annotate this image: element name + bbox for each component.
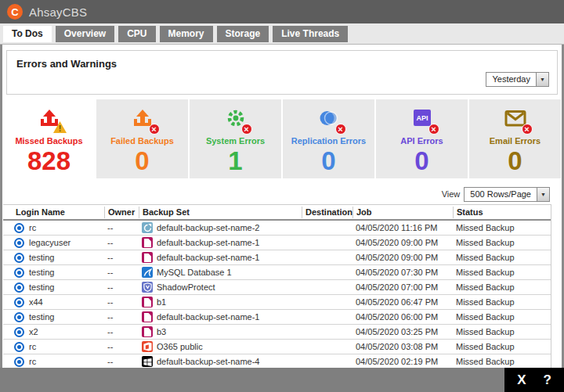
chevron-down-icon: ▼	[537, 188, 549, 201]
job-time: 04/05/2020 09:00 PM	[352, 253, 453, 262]
owner: --	[104, 297, 139, 307]
backup-set-name: default-backup-set-name-2	[157, 223, 259, 232]
svg-text:!: !	[58, 124, 61, 133]
tab-cpu[interactable]: CPU	[118, 26, 155, 42]
card-value: 0	[283, 148, 374, 174]
rows-per-page-select[interactable]: 500 Rows/Page ▼	[464, 187, 550, 202]
status: Missed Backup	[453, 238, 551, 247]
col-backup-set: Backup Set	[139, 207, 302, 218]
job-time: 04/05/2020 03:25 PM	[352, 327, 453, 336]
error-badge: ×	[149, 124, 160, 135]
card-label: Replication Errors	[283, 136, 374, 146]
file-icon	[142, 311, 153, 322]
login-name: rc	[29, 223, 36, 232]
sync-icon	[142, 222, 153, 233]
job-time: 04/05/2020 06:47 PM	[352, 297, 453, 307]
table-row[interactable]: testing -- MySQL Database 1 04/05/2020 0…	[3, 265, 551, 280]
col-destination: Destination	[302, 207, 352, 218]
tab-memory[interactable]: Memory	[160, 26, 213, 42]
tab-overview[interactable]: Overview	[56, 26, 114, 42]
status: Missed Backup	[453, 268, 551, 277]
ahsay-logo-icon: C	[7, 4, 23, 20]
tab-live-threads[interactable]: Live Threads	[273, 26, 348, 42]
tab-bar: To DosOverviewCPUMemoryStorageLive Threa…	[0, 23, 564, 45]
error-x-badge-icon: ×	[335, 124, 346, 135]
job-time: 04/05/2020 02:19 PM	[352, 357, 453, 366]
summary-cards: ! Missed Backups 828 × Failed Backups 0 …	[3, 99, 561, 178]
table-row[interactable]: rc -- O365 public 04/05/2020 03:08 PM Mi…	[3, 340, 551, 354]
col-login-name: Login Name	[3, 207, 104, 218]
owner: --	[104, 282, 139, 292]
user-icon	[14, 253, 24, 263]
card-email-errors[interactable]: × Email Errors 0	[469, 99, 561, 178]
card-label: System Errors	[190, 136, 281, 146]
error-badge: ×	[428, 124, 439, 135]
login-name: testing	[29, 268, 54, 277]
backup-set-name: default-backup-set-name-4	[157, 357, 259, 366]
login-name: rc	[29, 357, 36, 366]
login-name: legacyuser	[29, 238, 70, 247]
panel-title: Errors and Warnings	[16, 58, 117, 70]
card-label: Missed Backups	[3, 136, 95, 146]
period-select[interactable]: Yesterday ▼	[486, 72, 549, 87]
owner: --	[104, 357, 139, 366]
col-job: Job	[352, 207, 453, 218]
owner: --	[104, 327, 139, 336]
owner: --	[104, 223, 139, 232]
job-time: 04/05/2020 03:08 PM	[352, 342, 453, 351]
period-select-value: Yesterday	[486, 73, 536, 86]
backup-set-name: b3	[157, 327, 166, 336]
table-row[interactable]: rc -- default-backup-set-name-2 04/05/20…	[3, 221, 551, 236]
svg-text:API: API	[416, 114, 428, 122]
card-failed-backups[interactable]: × Failed Backups 0	[96, 99, 188, 178]
status: Missed Backup	[453, 253, 551, 262]
table-row[interactable]: testing -- default-backup-set-name-1 04/…	[3, 310, 551, 325]
errors-warnings-panel: Errors and Warnings Yesterday ▼	[6, 50, 558, 95]
error-x-badge-icon: ×	[522, 124, 533, 135]
table-header: Login Name Owner Backup Set Destination …	[3, 204, 551, 221]
status: Missed Backup	[453, 312, 551, 322]
error-badge: ×	[522, 124, 533, 135]
tab-to-dos[interactable]: To Dos	[3, 26, 52, 42]
status: Missed Backup	[453, 223, 551, 232]
warning-triangle-icon: !	[53, 121, 67, 133]
table-row[interactable]: x44 -- b1 04/05/2020 06:47 PM Missed Bac…	[3, 295, 551, 310]
chevron-down-icon: ▼	[536, 73, 548, 86]
error-x-badge-icon: ×	[241, 124, 252, 135]
app-title: AhsayCBS	[29, 5, 87, 19]
owner: --	[104, 238, 139, 247]
backup-set-name: default-backup-set-name-1	[157, 253, 259, 262]
view-label: View	[442, 189, 461, 199]
card-system-errors[interactable]: × System Errors 1	[190, 99, 281, 178]
shield-icon	[142, 282, 153, 293]
job-time: 04/05/2020 09:00 PM	[352, 238, 453, 247]
table-row[interactable]: legacyuser -- default-backup-set-name-1 …	[3, 236, 551, 250]
backup-set-name: b1	[157, 297, 166, 307]
warning-badge: !	[53, 121, 67, 135]
job-time: 04/05/2020 06:00 PM	[352, 312, 453, 322]
user-icon	[14, 268, 24, 278]
owner: --	[104, 312, 139, 322]
table-right-rail	[551, 204, 551, 369]
user-icon	[14, 357, 24, 367]
job-time: 04/05/2020 11:16 PM	[352, 223, 453, 232]
user-icon	[14, 223, 24, 233]
table-row[interactable]: testing -- ShadowProtect 04/05/2020 07:0…	[3, 280, 551, 295]
file-icon	[142, 237, 153, 248]
card-api-errors[interactable]: API × API Errors 0	[376, 99, 468, 178]
card-value: 828	[3, 148, 95, 174]
login-name: rc	[29, 342, 36, 351]
user-icon	[14, 327, 24, 337]
table-row[interactable]: testing -- default-backup-set-name-1 04/…	[3, 250, 551, 265]
owner: --	[104, 342, 139, 351]
tab-storage[interactable]: Storage	[217, 26, 269, 42]
table-row[interactable]: x2 -- b3 04/05/2020 03:25 PM Missed Back…	[3, 325, 551, 340]
card-replication-errors[interactable]: × Replication Errors 0	[283, 99, 374, 178]
col-owner: Owner	[104, 207, 139, 218]
error-badge: ×	[241, 124, 252, 135]
user-icon	[14, 297, 24, 307]
close-button[interactable]: X	[517, 373, 526, 387]
card-missed-backups[interactable]: ! Missed Backups 828	[3, 99, 95, 178]
help-button[interactable]: ?	[543, 373, 551, 387]
backup-set-name: ShadowProtect	[157, 282, 215, 292]
